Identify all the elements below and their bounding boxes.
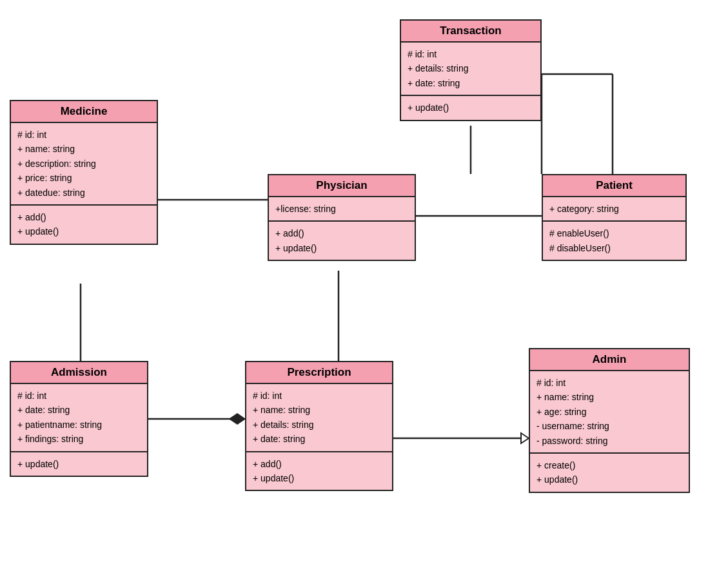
patient-methods: # enableUser()# disableUser() [543,222,685,260]
class-patient: Patient + category: string # enableUser(… [542,174,687,261]
admin-methods: + create()+ update() [530,454,689,492]
admission-header: Admission [11,362,147,384]
class-admission: Admission # id: int+ date: string+ patie… [10,361,148,477]
svg-marker-7 [521,433,529,443]
class-transaction: Transaction # id: int+ details: string+ … [400,19,542,121]
physician-attributes: +license: string [269,197,415,222]
patient-header: Patient [543,175,685,197]
diagram-container: Transaction # id: int+ details: string+ … [0,0,728,580]
medicine-attributes: # id: int+ name: string+ description: st… [11,123,157,206]
medicine-header: Medicine [11,101,157,123]
patient-attributes: + category: string [543,197,685,222]
admin-header: Admin [530,349,689,371]
prescription-attributes: # id: int+ name: string+ details: string… [246,384,392,452]
connectors-svg [0,0,728,580]
admission-attributes: # id: int+ date: string+ patientname: st… [11,384,147,452]
transaction-header: Transaction [401,21,540,43]
admission-methods: + update() [11,452,147,476]
svg-marker-5 [230,414,245,424]
transaction-attributes: # id: int+ details: string+ date: string [401,43,540,96]
transaction-methods: + update() [401,96,540,119]
class-prescription: Prescription # id: int+ name: string+ de… [245,361,393,491]
physician-header: Physician [269,175,415,197]
prescription-methods: + add()+ update() [246,452,392,490]
class-medicine: Medicine # id: int+ name: string+ descri… [10,100,158,245]
class-physician: Physician +license: string + add()+ upda… [268,174,416,261]
medicine-methods: + add()+ update() [11,206,157,244]
physician-methods: + add()+ update() [269,222,415,260]
prescription-header: Prescription [246,362,392,384]
admin-attributes: # id: int+ name: string+ age: string- us… [530,371,689,454]
class-admin: Admin # id: int+ name: string+ age: stri… [529,348,690,493]
